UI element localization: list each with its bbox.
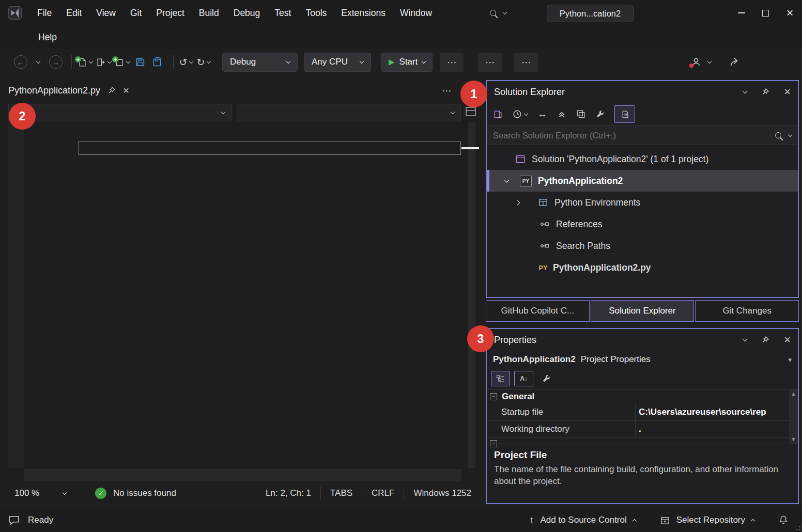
issues-indicator[interactable]: ✓ No issues found <box>95 488 176 499</box>
tab-git-changes[interactable]: Git Changes <box>695 300 799 322</box>
tab-close-icon[interactable]: × <box>123 85 129 97</box>
resize-grip[interactable] <box>793 523 800 530</box>
tree-item-project[interactable]: PY PythonApplication2 <box>487 170 798 192</box>
tree-item-references[interactable]: References <box>487 213 798 235</box>
solution-explorer-search-input[interactable] <box>493 131 768 140</box>
categorized-button[interactable] <box>491 371 510 386</box>
pin-icon[interactable] <box>761 88 769 96</box>
start-chevron-icon[interactable] <box>422 59 426 63</box>
save-all-button[interactable] <box>150 53 165 71</box>
switch-views-button[interactable] <box>493 109 503 119</box>
repository-chevron-up-icon[interactable] <box>751 519 755 523</box>
tree-item-search-paths[interactable]: Search Paths <box>487 235 798 257</box>
horizontal-scrollbar[interactable] <box>24 469 461 481</box>
filter-chevron-icon[interactable] <box>524 111 528 115</box>
properties-button[interactable] <box>595 109 605 119</box>
save-button[interactable] <box>133 53 147 71</box>
menu-window[interactable]: Window <box>393 5 439 22</box>
panel-chevron-down-icon[interactable] <box>743 89 748 94</box>
preview-selected-items-button[interactable] <box>614 105 635 123</box>
live-share-button[interactable] <box>729 56 741 68</box>
source-control-chevron-up-icon[interactable] <box>633 519 637 523</box>
collapse-all-button[interactable] <box>557 109 566 119</box>
solution-platforms-dropdown[interactable]: Any CPU <box>304 53 371 72</box>
toolbar-overflow-button[interactable]: ⋯ <box>440 53 464 72</box>
new-file-chevron-icon[interactable] <box>89 59 93 63</box>
scroll-up-icon[interactable]: ▲ <box>791 391 796 397</box>
menu-git[interactable]: Git <box>123 5 149 22</box>
line-column-indicator[interactable]: Ln: 2, Ch: 1 <box>256 488 320 498</box>
editor-tab[interactable]: PythonApplication2.py × <box>0 79 137 102</box>
show-all-files-button[interactable] <box>576 109 585 119</box>
search-icon[interactable] <box>490 10 496 16</box>
navbar-members-dropdown[interactable] <box>237 104 461 121</box>
navigate-forward-button[interactable]: → <box>49 53 63 71</box>
menu-extensions[interactable]: Extensions <box>334 5 393 22</box>
panel-close-icon[interactable]: × <box>784 333 791 347</box>
property-row-working-directory[interactable]: Working directory . <box>487 421 798 438</box>
expander-chevron-right-icon[interactable] <box>515 200 520 205</box>
select-repository-button[interactable]: Select Repository <box>676 515 745 525</box>
maximize-button[interactable] <box>753 0 778 26</box>
property-value[interactable]: . <box>636 424 798 434</box>
account-chevron-icon[interactable] <box>707 59 712 63</box>
pin-icon[interactable] <box>107 86 116 95</box>
tab-github-copilot[interactable]: GitHub Copilot C... <box>486 300 590 322</box>
section-general[interactable]: − General <box>487 389 798 404</box>
properties-scrollbar[interactable]: ▲ ▼ <box>789 389 798 444</box>
scroll-down-icon[interactable]: ▼ <box>791 436 796 442</box>
menu-project[interactable]: Project <box>149 5 191 22</box>
close-button[interactable]: × <box>778 0 802 26</box>
redo-button[interactable]: ↻ <box>196 53 211 71</box>
search-icon[interactable] <box>775 132 781 138</box>
toolbar-options-button[interactable]: ⋯ <box>478 53 502 72</box>
property-row-startup-file[interactable]: Startup file C:\Users\azureuser\source\r… <box>487 404 798 421</box>
feedback-icon[interactable] <box>8 515 20 525</box>
collapse-section-icon[interactable]: − <box>490 440 497 447</box>
tree-item-python-file[interactable]: PY PythonApplication2.py <box>487 257 798 278</box>
menu-test[interactable]: Test <box>267 5 298 22</box>
split-window-icon[interactable] <box>465 106 476 117</box>
pending-changes-filter-button[interactable] <box>513 109 528 119</box>
new-file-button[interactable]: + <box>77 53 92 71</box>
menu-help[interactable]: Help <box>31 29 64 46</box>
pin-icon[interactable] <box>761 336 769 344</box>
panel-close-icon[interactable]: × <box>784 85 791 99</box>
sync-with-active-document-button[interactable]: ↔ <box>537 108 547 120</box>
menu-edit[interactable]: Edit <box>59 5 89 22</box>
tree-item-python-environments[interactable]: Python Environments <box>487 192 798 213</box>
zoom-dropdown[interactable]: 100 % <box>9 484 71 502</box>
notifications-bell-icon[interactable] <box>778 515 789 525</box>
encoding-indicator[interactable]: Windows 1252 <box>404 488 481 498</box>
account-button[interactable] <box>690 56 711 68</box>
open-file-button[interactable] <box>96 53 111 71</box>
alphabetical-button[interactable]: A↓ <box>514 371 533 386</box>
properties-object-dropdown[interactable]: PythonApplication2 Project Properties ▾ <box>487 351 798 368</box>
navigate-backward-button[interactable]: ← <box>13 53 28 71</box>
navbar-project-dropdown[interactable] <box>8 104 232 121</box>
open-file-chevron-icon[interactable] <box>107 59 112 63</box>
redo-chevron-icon[interactable] <box>207 59 211 63</box>
menu-build[interactable]: Build <box>192 5 226 22</box>
menu-file[interactable]: File <box>30 5 59 22</box>
menu-debug[interactable]: Debug <box>226 5 268 22</box>
vertical-scrollbar[interactable] <box>468 123 475 468</box>
line-ending-indicator[interactable]: CRLF <box>362 488 404 498</box>
property-value[interactable]: C:\Users\azureuser\source\rep <box>636 407 798 417</box>
panel-chevron-down-icon[interactable] <box>743 337 748 342</box>
undo-chevron-icon[interactable] <box>189 59 193 63</box>
menu-view[interactable]: View <box>89 5 123 22</box>
start-debugging-button[interactable]: ▶ Start <box>381 53 433 72</box>
indent-indicator[interactable]: TABS <box>321 488 362 498</box>
titlebar-search-input[interactable] <box>547 5 634 22</box>
toolbar-options-button-2[interactable]: ⋯ <box>514 53 538 72</box>
add-new-item-chevron-icon[interactable] <box>126 59 130 63</box>
add-to-source-control-button[interactable]: Add to Source Control <box>541 515 627 525</box>
search-chevron-icon[interactable] <box>788 132 792 136</box>
navigate-backward-dropdown[interactable] <box>31 53 45 71</box>
add-new-item-button[interactable]: + <box>114 53 130 71</box>
tab-options-ellipsis-icon[interactable]: ⋯ <box>442 85 452 97</box>
code-editor-surface[interactable] <box>0 123 481 468</box>
search-chevron-down-icon[interactable] <box>503 10 507 14</box>
expander-chevron-down-icon[interactable] <box>504 178 510 183</box>
